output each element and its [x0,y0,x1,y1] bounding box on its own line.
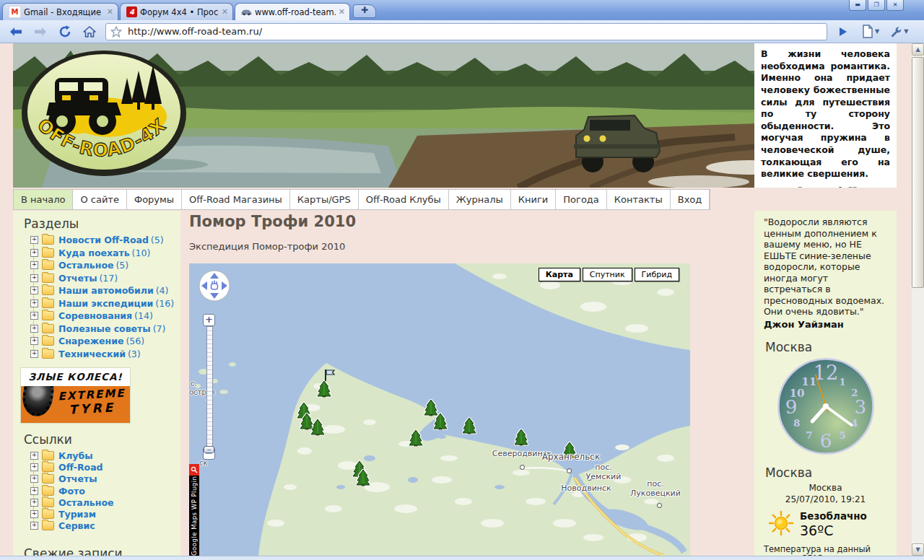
expand-plus-icon[interactable]: + [30,499,38,507]
expand-plus-icon[interactable]: + [30,261,38,269]
item-count: (3) [128,349,141,359]
extreme-tyre-ad-banner[interactable]: ЗЛЫЕ КОЛЕСА! EXTREME TYRE [21,368,130,423]
expand-plus-icon[interactable]: + [30,274,38,282]
zoom-slider-track[interactable] [206,326,213,447]
nav-item-clubs[interactable]: Off-Road Клубы [359,190,449,209]
expand-plus-icon[interactable]: + [30,312,38,320]
tree-marker[interactable] [310,419,325,439]
page-scrollbar[interactable]: ▲ ▼ [912,43,924,556]
zoom-slider-handle[interactable] [204,446,214,453]
map-pan-control[interactable] [198,269,231,302]
gmail-icon: M [9,6,21,18]
scroll-down-button[interactable]: ▼ [912,543,924,556]
expand-plus-icon[interactable]: + [30,299,38,307]
browser-tab-offroad-active[interactable]: www.off-road-team.ru ✕ [235,3,350,20]
address-bar[interactable]: http://www.off-road-team.ru/ [105,23,827,40]
link-item-photo[interactable]: +Фото [30,485,180,496]
sidebar-item-news[interactable]: +Новости Off-Road(5) [30,234,180,247]
zoom-in-button[interactable]: + [203,314,215,326]
reload-button[interactable] [56,23,74,40]
bookmark-star-icon[interactable] [110,26,122,38]
folder-icon [42,235,54,245]
expand-plus-icon[interactable]: + [30,522,38,530]
map-type-map-button[interactable]: Карта [539,268,580,281]
new-tab-button[interactable]: ✚ [353,4,376,18]
nav-item-home[interactable]: В начало [14,190,73,209]
item-count: (14) [134,310,153,321]
sidebar-item-gear[interactable]: +Снарежение(56) [30,335,180,348]
nav-item-maps-gps[interactable]: Карты/GPS [290,190,359,209]
link-item-tourism[interactable]: +Туризм [30,508,180,520]
scrollbar-thumb[interactable] [912,57,924,288]
maximize-button[interactable]: ❐ [868,0,885,11]
scroll-up-button[interactable]: ▲ [912,43,924,56]
offroad-4x4-logo[interactable]: OFF-ROAD-4X4.RU [17,46,191,183]
nav-item-journals[interactable]: Журналы [449,190,511,209]
nav-item-contacts[interactable]: Контакты [607,190,671,209]
sidebar-item-our-cars[interactable]: +Наши автомобили(4) [30,284,180,297]
folder-icon [42,248,54,258]
expand-plus-icon[interactable]: + [30,236,38,244]
tools-menu-button[interactable]: ▼ [889,25,908,38]
sidebar-item-tips[interactable]: +Полезные советы(7) [30,323,180,336]
nav-item-weather[interactable]: Погода [556,190,606,209]
tree-marker[interactable] [462,417,476,437]
nav-item-shops[interactable]: Off-Road Магазины [182,190,290,209]
back-button[interactable] [7,23,25,40]
google-map[interactable]: СеверодвинскАрхангельскпос. УемскийНовод… [189,263,690,556]
tab-close-icon[interactable]: ✕ [222,7,228,17]
close-button[interactable]: ✕ [886,0,904,11]
link-item-reports[interactable]: +Отчеты [30,473,180,485]
expand-plus-icon[interactable]: + [30,249,38,257]
expand-plus-icon[interactable]: + [30,452,38,460]
forward-button[interactable] [32,23,49,40]
header-quote-text: В жизни человека необходима романтика. И… [761,48,890,179]
link-item-offroad[interactable]: +Off-Road [30,461,180,473]
weather-condition: Безоблачно [800,510,867,522]
sidebar-item-where-to-go[interactable]: +Куда поехать(10) [30,247,180,260]
url-text[interactable]: http://www.off-road-team.ru/ [128,26,262,37]
sidebar-item-reports[interactable]: +Отчеты(17) [30,272,180,285]
sidebar-item-expeditions[interactable]: +Наши экспедиции(16) [30,297,180,310]
sidebar-item-competitions[interactable]: +Соревнования(14) [30,310,180,323]
ad-brand-line2: TYRE [69,400,126,417]
link-item-other[interactable]: +Остальное [30,496,180,508]
nav-item-login[interactable]: Вход [671,190,710,209]
map-type-hybrid-button[interactable]: Гибрид [635,268,679,281]
link-item-service[interactable]: +Сервис [30,520,180,532]
map-type-satellite-button[interactable]: Спутник [583,268,632,281]
tree-marker[interactable] [409,429,423,450]
expand-plus-icon[interactable]: + [30,286,38,294]
google-maps-wp-plugin-badge[interactable]: Google Maps WP Plugin [189,464,199,556]
tree-marker[interactable] [356,469,370,489]
main-content: Помор Трофи 2010 Экспедиция Помор-трофи … [184,211,692,560]
link-item-clubs[interactable]: +Клубы [30,450,180,461]
tab-close-icon[interactable]: ✕ [107,7,113,17]
browser-tab-gmail[interactable]: M Gmail - Входящие - oleg.ki... ✕ [2,3,118,20]
sidebar-item-technical[interactable]: +Технический(3) [30,348,180,361]
nav-item-about[interactable]: О сайте [73,190,127,209]
expand-plus-icon[interactable]: + [30,463,38,471]
plugin-label: Google Maps WP Plugin [189,476,199,556]
expand-plus-icon[interactable]: + [30,337,38,345]
expand-plus-icon[interactable]: + [30,510,38,518]
svg-text:7: 7 [806,429,812,440]
folder-icon [42,521,54,530]
minimize-button[interactable]: ▬ [849,0,866,11]
expand-plus-icon[interactable]: + [30,350,38,358]
expand-plus-icon[interactable]: + [30,487,38,495]
expand-plus-icon[interactable]: + [30,475,38,483]
tab-close-icon[interactable]: ✕ [339,7,345,17]
sidebar-item-other[interactable]: +Остальное(5) [30,259,180,272]
page-menu-button[interactable]: ▼ [862,25,879,38]
expand-plus-icon[interactable]: + [30,325,38,333]
window-titlebar[interactable]: M Gmail - Входящие - oleg.ki... ✕ 4 Фору… [0,0,924,20]
nav-item-books[interactable]: Книги [511,190,556,209]
tree-marker[interactable] [514,429,528,449]
browser-tab-forum[interactable]: 4 Форум 4x4 • Просмотр те... ✕ [120,3,233,20]
tree-marker[interactable] [433,413,448,433]
home-button[interactable] [81,23,98,40]
nav-item-forums[interactable]: Форумы [127,190,182,209]
flag-marker[interactable] [323,369,336,385]
go-button[interactable] [834,23,852,40]
